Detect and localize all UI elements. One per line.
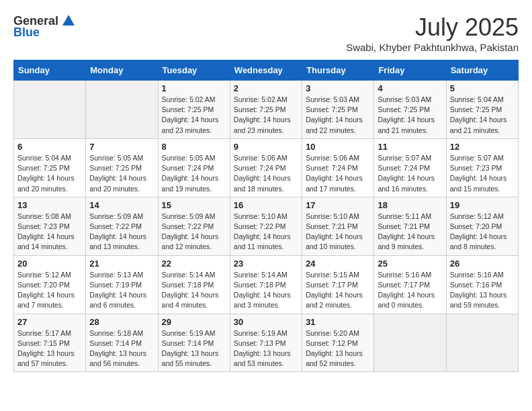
calendar-cell: 27 Sunrise: 5:17 AMSunset: 7:15 PMDaylig… <box>14 314 86 372</box>
day-number: 20 <box>17 259 82 269</box>
calendar-week-row: 27 Sunrise: 5:17 AMSunset: 7:15 PMDaylig… <box>14 314 519 372</box>
calendar-cell: 20 Sunrise: 5:12 AMSunset: 7:20 PMDaylig… <box>14 255 86 314</box>
calendar-cell: 10 Sunrise: 5:06 AMSunset: 7:24 PMDaylig… <box>302 138 374 197</box>
weekday-header: Monday <box>86 60 158 81</box>
day-info: Sunrise: 5:02 AMSunset: 7:25 PMDaylight:… <box>234 95 298 136</box>
calendar-cell: 23 Sunrise: 5:14 AMSunset: 7:18 PMDaylig… <box>230 255 302 314</box>
calendar-cell: 31 Sunrise: 5:20 AMSunset: 7:12 PMDaylig… <box>302 314 374 372</box>
day-number: 26 <box>450 259 515 269</box>
day-number: 3 <box>306 83 370 93</box>
day-info: Sunrise: 5:12 AMSunset: 7:20 PMDaylight:… <box>17 270 82 311</box>
calendar-cell: 30 Sunrise: 5:19 AMSunset: 7:13 PMDaylig… <box>230 314 302 372</box>
day-number: 8 <box>162 142 226 152</box>
day-number: 10 <box>306 142 370 152</box>
calendar-cell <box>14 81 86 139</box>
calendar-cell: 11 Sunrise: 5:07 AMSunset: 7:24 PMDaylig… <box>374 138 446 197</box>
day-number: 12 <box>450 142 515 152</box>
day-info: Sunrise: 5:04 AMSunset: 7:25 PMDaylight:… <box>450 95 515 136</box>
day-info: Sunrise: 5:14 AMSunset: 7:18 PMDaylight:… <box>234 270 298 311</box>
day-info: Sunrise: 5:16 AMSunset: 7:17 PMDaylight:… <box>378 270 442 311</box>
calendar-body: 1 Sunrise: 5:02 AMSunset: 7:25 PMDayligh… <box>14 81 519 372</box>
day-number: 29 <box>162 317 226 327</box>
calendar-cell <box>446 314 518 372</box>
calendar-cell: 19 Sunrise: 5:12 AMSunset: 7:20 PMDaylig… <box>446 197 518 255</box>
day-info: Sunrise: 5:04 AMSunset: 7:25 PMDaylight:… <box>17 153 82 194</box>
day-number: 28 <box>89 317 154 327</box>
day-number: 14 <box>89 200 154 210</box>
day-number: 19 <box>450 200 515 210</box>
weekday-header: Tuesday <box>158 60 230 81</box>
day-info: Sunrise: 5:17 AMSunset: 7:15 PMDaylight:… <box>17 328 82 369</box>
calendar-cell: 12 Sunrise: 5:07 AMSunset: 7:23 PMDaylig… <box>446 138 518 197</box>
day-number: 4 <box>378 83 442 93</box>
weekday-header: Friday <box>374 60 446 81</box>
day-number: 22 <box>162 259 226 269</box>
calendar-cell: 7 Sunrise: 5:05 AMSunset: 7:25 PMDayligh… <box>86 138 158 197</box>
day-info: Sunrise: 5:11 AMSunset: 7:21 PMDaylight:… <box>378 212 442 253</box>
page-header: General Blue July 2025 Swabi, Khyber Pak… <box>13 13 519 53</box>
day-info: Sunrise: 5:18 AMSunset: 7:14 PMDaylight:… <box>89 328 154 369</box>
calendar-cell: 14 Sunrise: 5:09 AMSunset: 7:22 PMDaylig… <box>86 197 158 255</box>
calendar-cell: 9 Sunrise: 5:06 AMSunset: 7:24 PMDayligh… <box>230 138 302 197</box>
weekday-header: Wednesday <box>230 60 302 81</box>
calendar-cell: 28 Sunrise: 5:18 AMSunset: 7:14 PMDaylig… <box>86 314 158 372</box>
day-number: 24 <box>306 259 370 269</box>
day-info: Sunrise: 5:05 AMSunset: 7:25 PMDaylight:… <box>89 153 154 194</box>
day-info: Sunrise: 5:09 AMSunset: 7:22 PMDaylight:… <box>162 212 226 253</box>
day-info: Sunrise: 5:08 AMSunset: 7:23 PMDaylight:… <box>17 212 82 253</box>
day-info: Sunrise: 5:05 AMSunset: 7:24 PMDaylight:… <box>162 153 226 194</box>
day-info: Sunrise: 5:03 AMSunset: 7:25 PMDaylight:… <box>378 95 442 136</box>
day-info: Sunrise: 5:10 AMSunset: 7:21 PMDaylight:… <box>306 212 370 253</box>
day-number: 18 <box>378 200 442 210</box>
day-info: Sunrise: 5:06 AMSunset: 7:24 PMDaylight:… <box>306 153 370 194</box>
day-number: 27 <box>17 317 82 327</box>
day-info: Sunrise: 5:06 AMSunset: 7:24 PMDaylight:… <box>234 153 298 194</box>
calendar-cell: 1 Sunrise: 5:02 AMSunset: 7:25 PMDayligh… <box>158 81 230 139</box>
logo-blue-text: Blue <box>13 26 40 40</box>
day-number: 11 <box>378 142 442 152</box>
calendar-cell: 26 Sunrise: 5:16 AMSunset: 7:16 PMDaylig… <box>446 255 518 314</box>
day-number: 1 <box>162 83 226 93</box>
day-info: Sunrise: 5:03 AMSunset: 7:25 PMDaylight:… <box>306 95 370 136</box>
day-number: 21 <box>89 259 154 269</box>
calendar-cell <box>86 81 158 139</box>
calendar-cell <box>374 314 446 372</box>
weekday-header: Thursday <box>302 60 374 81</box>
month-title: July 2025 <box>346 13 519 42</box>
day-number: 15 <box>162 200 226 210</box>
calendar-cell: 13 Sunrise: 5:08 AMSunset: 7:23 PMDaylig… <box>14 197 86 255</box>
calendar-week-row: 6 Sunrise: 5:04 AMSunset: 7:25 PMDayligh… <box>14 138 519 197</box>
day-info: Sunrise: 5:07 AMSunset: 7:23 PMDaylight:… <box>450 153 515 194</box>
day-number: 16 <box>234 200 298 210</box>
day-info: Sunrise: 5:09 AMSunset: 7:22 PMDaylight:… <box>89 212 154 253</box>
day-info: Sunrise: 5:15 AMSunset: 7:17 PMDaylight:… <box>306 270 370 311</box>
day-info: Sunrise: 5:10 AMSunset: 7:22 PMDaylight:… <box>234 212 298 253</box>
calendar-cell: 6 Sunrise: 5:04 AMSunset: 7:25 PMDayligh… <box>14 138 86 197</box>
calendar-cell: 8 Sunrise: 5:05 AMSunset: 7:24 PMDayligh… <box>158 138 230 197</box>
svg-marker-0 <box>62 15 75 26</box>
calendar-table: SundayMondayTuesdayWednesdayThursdayFrid… <box>13 60 519 372</box>
day-number: 30 <box>234 317 298 327</box>
location: Swabi, Khyber Pakhtunkhwa, Pakistan <box>346 42 519 53</box>
calendar-cell: 5 Sunrise: 5:04 AMSunset: 7:25 PMDayligh… <box>446 81 518 139</box>
calendar-cell: 24 Sunrise: 5:15 AMSunset: 7:17 PMDaylig… <box>302 255 374 314</box>
day-number: 6 <box>17 142 82 152</box>
logo-icon <box>61 13 76 28</box>
day-info: Sunrise: 5:16 AMSunset: 7:16 PMDaylight:… <box>450 270 515 311</box>
calendar-cell: 29 Sunrise: 5:19 AMSunset: 7:14 PMDaylig… <box>158 314 230 372</box>
day-info: Sunrise: 5:07 AMSunset: 7:24 PMDaylight:… <box>378 153 442 194</box>
day-number: 2 <box>234 83 298 93</box>
logo: General Blue <box>13 13 76 40</box>
calendar-cell: 4 Sunrise: 5:03 AMSunset: 7:25 PMDayligh… <box>374 81 446 139</box>
day-number: 17 <box>306 200 370 210</box>
calendar-cell: 18 Sunrise: 5:11 AMSunset: 7:21 PMDaylig… <box>374 197 446 255</box>
day-number: 23 <box>234 259 298 269</box>
weekday-header: Sunday <box>14 60 86 81</box>
calendar-cell: 21 Sunrise: 5:13 AMSunset: 7:19 PMDaylig… <box>86 255 158 314</box>
day-number: 31 <box>306 317 370 327</box>
day-number: 5 <box>450 83 515 93</box>
calendar-cell: 17 Sunrise: 5:10 AMSunset: 7:21 PMDaylig… <box>302 197 374 255</box>
calendar-cell: 16 Sunrise: 5:10 AMSunset: 7:22 PMDaylig… <box>230 197 302 255</box>
day-number: 25 <box>378 259 442 269</box>
calendar-cell: 15 Sunrise: 5:09 AMSunset: 7:22 PMDaylig… <box>158 197 230 255</box>
